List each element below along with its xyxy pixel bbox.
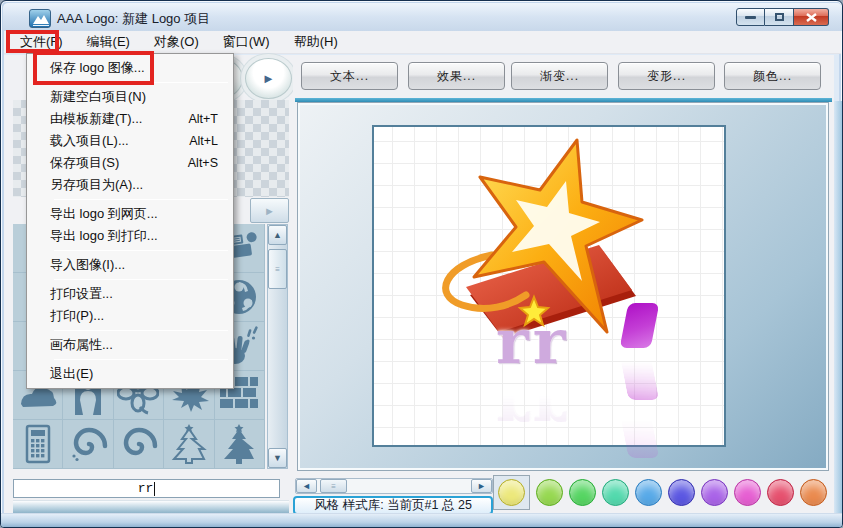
app-logo-icon: [29, 9, 51, 28]
menu-item-save-project[interactable]: 保存项目(S)Alt+S: [28, 152, 232, 174]
text-button[interactable]: 文本...: [301, 62, 398, 90]
left-arrow-icon: ◄: [302, 481, 311, 491]
clipart-item[interactable]: [114, 420, 164, 469]
menu-item-save-project-as[interactable]: 另存项目为(A)...: [28, 174, 232, 196]
title-bar: AAA Logo: 新建 Logo 项目: [3, 3, 842, 31]
menu-item-load-project[interactable]: 载入项目(L)...Alt+L: [28, 130, 232, 152]
text-caret: [154, 482, 155, 496]
close-icon: [806, 13, 817, 22]
calculator-icon: [17, 423, 59, 465]
pine-tree-icon: [218, 423, 260, 465]
menu-item-print-setup[interactable]: 打印设置...: [28, 283, 232, 305]
filter-value: rr: [138, 481, 154, 496]
right-arrow-icon: ►: [477, 481, 486, 491]
scroll-right-button[interactable]: ►: [471, 479, 492, 493]
menu-item-canvas-properties[interactable]: 画布属性...: [28, 334, 232, 356]
menu-help[interactable]: 帮助(H): [282, 30, 350, 54]
selected-swatch-frame: [493, 475, 530, 510]
color-swatch[interactable]: [602, 479, 629, 506]
menu-separator: [54, 199, 228, 200]
color-swatch[interactable]: [734, 479, 761, 506]
menu-separator: [54, 279, 228, 280]
menu-item-new-blank-project[interactable]: 新建空白项目(N): [28, 86, 232, 108]
clipart-item[interactable]: [63, 420, 113, 469]
spiral-icon: [117, 423, 159, 465]
minimize-button[interactable]: [736, 8, 765, 26]
logo-canvas[interactable]: rr rr: [372, 125, 726, 447]
minimize-icon: [745, 16, 756, 19]
filter-input[interactable]: rr: [13, 479, 280, 498]
menu-item-new-from-template[interactable]: 由模板新建(T)...Alt+T: [28, 108, 232, 130]
next-page-button[interactable]: ►: [250, 198, 289, 223]
scroll-left-button[interactable]: ◄: [296, 479, 317, 493]
scroll-down-button[interactable]: ▼: [268, 448, 287, 468]
menu-item-export-logo-print[interactable]: 导出 logo 到打印...: [28, 225, 232, 247]
clipart-item[interactable]: [164, 420, 214, 469]
menu-item-exit[interactable]: 退出(E): [28, 363, 232, 385]
panel-footer-bar: [13, 500, 289, 513]
color-swatch[interactable]: [767, 479, 794, 506]
scrollbar-thumb[interactable]: ≡: [320, 479, 347, 493]
grip-icon: ≡: [275, 265, 280, 274]
menu-item-import-image[interactable]: 导入图像(I)...: [28, 254, 232, 276]
color-swatch[interactable]: [569, 479, 596, 506]
work-area: 文本... 效果... 渐变... 变形... 颜色...: [293, 55, 834, 513]
spiral-icon: [67, 423, 109, 465]
toolbar: 文本... 效果... 渐变... 变形... 颜色...: [293, 55, 834, 98]
maximize-button[interactable]: [765, 8, 794, 26]
highlight-box-file-menu: [6, 30, 59, 53]
logo-text-reflection: rr: [496, 379, 569, 441]
nav-forward-button[interactable]: ►: [245, 58, 292, 99]
maximize-icon: [775, 13, 784, 21]
mini-arrow-icon: ►: [264, 205, 275, 217]
down-arrow-icon: ▼: [273, 453, 282, 463]
bottom-bar: ◄ ≡ ► 风格 样式库: 当前页#1 总 25: [293, 471, 834, 513]
clipart-item[interactable]: [215, 420, 265, 469]
color-swatch[interactable]: [701, 479, 728, 506]
file-menu-dropdown: 保存 logo 图像... 新建空白项目(N) 由模板新建(T)...Alt+T…: [26, 53, 234, 389]
clipart-scrollbar[interactable]: ▲ ≡ ▼: [267, 224, 288, 469]
color-button[interactable]: 颜色...: [724, 62, 821, 90]
grip-icon: ≡: [331, 482, 336, 491]
close-button[interactable]: [794, 8, 829, 26]
color-palette: [493, 475, 827, 510]
effects-button[interactable]: 效果...: [408, 62, 505, 90]
menu-separator: [54, 359, 228, 360]
forward-arrow-icon: ►: [262, 71, 275, 86]
gradient-button[interactable]: 渐变...: [511, 62, 608, 90]
clipart-item[interactable]: [13, 420, 63, 469]
canvas-viewport: rr rr: [297, 102, 829, 471]
color-swatch[interactable]: [668, 479, 695, 506]
menu-item-export-logo-web[interactable]: 导出 logo 到网页...: [28, 203, 232, 225]
color-swatch[interactable]: [498, 479, 525, 506]
window-right-frame: [834, 101, 842, 513]
menu-separator: [54, 330, 228, 331]
scroll-up-button[interactable]: ▲: [268, 225, 287, 245]
transform-button[interactable]: 变形...: [618, 62, 715, 90]
color-swatch[interactable]: [800, 479, 827, 506]
window-bottom-frame: [1, 513, 843, 528]
logo-text: rr: [496, 311, 569, 373]
highlight-box-save-logo-image: [33, 51, 154, 85]
menu-window[interactable]: 窗口(W): [211, 30, 282, 54]
menu-separator: [54, 250, 228, 251]
color-swatch[interactable]: [536, 479, 563, 506]
scrollbar-thumb[interactable]: ≡: [268, 249, 287, 289]
pine-tree-outline-icon: [168, 423, 210, 465]
app-window: AAA Logo: 新建 Logo 项目 文件(F) 编辑(E) 对象(O) 窗…: [0, 0, 843, 528]
style-scrollbar[interactable]: ◄ ≡ ►: [295, 478, 493, 494]
up-arrow-icon: ▲: [273, 230, 282, 240]
window-title: AAA Logo: 新建 Logo 项目: [57, 10, 210, 28]
menu-item-print[interactable]: 打印(P)...: [28, 305, 232, 327]
color-swatch[interactable]: [635, 479, 662, 506]
